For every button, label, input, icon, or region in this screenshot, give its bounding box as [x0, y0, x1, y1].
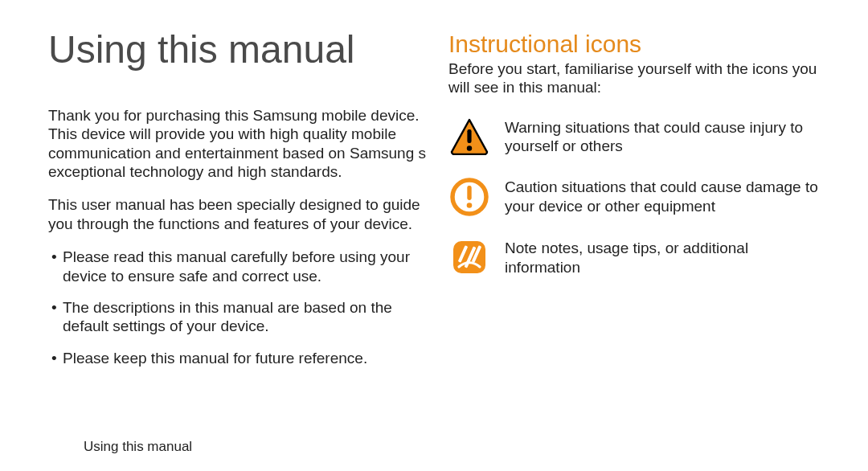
bullet-item: Please keep this manual for future refer…: [48, 349, 426, 367]
icon-row-note: Note notes, usage tips, or additional in…: [448, 239, 826, 276]
left-column: Using this manual Thank you for purchasi…: [48, 31, 426, 382]
section-heading: Instructional icons: [448, 32, 826, 56]
section-intro: Before you start, familiarise yourself w…: [448, 59, 826, 97]
page-title: Using this manual: [48, 31, 426, 69]
svg-point-1: [467, 145, 472, 150]
intro-paragraph-1: Thank you for purchasing this Samsung mo…: [48, 106, 426, 181]
icon-row-caution: Caution situations that could cause dama…: [448, 178, 826, 216]
right-column: Instructional icons Before you start, fa…: [448, 31, 826, 382]
manual-page: Using this manual Thank you for purchasi…: [0, 0, 868, 471]
svg-rect-0: [467, 129, 471, 143]
warning-lead: Warning: [505, 119, 561, 136]
footer-running-title: Using this manual: [84, 439, 192, 455]
caution-lead: Caution: [505, 178, 558, 195]
svg-rect-3: [467, 186, 471, 200]
svg-point-4: [467, 203, 473, 209]
columns: Using this manual Thank you for purchasi…: [48, 31, 826, 382]
note-text: Note notes, usage tips, or additional in…: [505, 239, 826, 276]
intro-paragraph-2: This user manual has been specially desi…: [48, 195, 426, 233]
icon-row-warning: Warning situations that could cause inju…: [448, 118, 826, 156]
note-lead: Note: [505, 240, 537, 256]
note-icon: [448, 239, 490, 276]
icon-definitions: Warning situations that could cause inju…: [448, 118, 826, 276]
bullet-list: Please read this manual carefully before…: [48, 248, 426, 367]
warning-icon: [448, 118, 490, 155]
caution-icon: [448, 178, 490, 216]
note-body: notes, usage tips, or additional informa…: [505, 240, 748, 275]
bullet-item: The descriptions in this manual are base…: [48, 298, 426, 336]
warning-text: Warning situations that could cause inju…: [505, 118, 826, 156]
bullet-item: Please read this manual carefully before…: [48, 248, 426, 285]
caution-text: Caution situations that could cause dama…: [505, 178, 826, 215]
